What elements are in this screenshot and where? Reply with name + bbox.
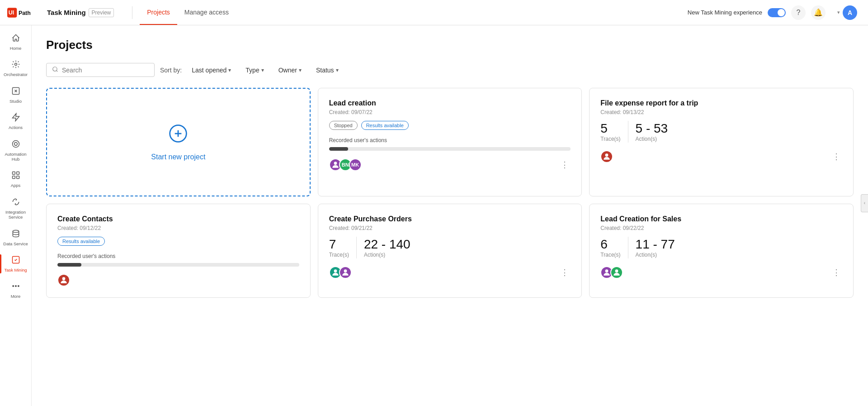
sidebar-label-apps: Apps: [11, 183, 21, 188]
traces-stat: 6 Trace(s): [600, 237, 620, 258]
actions-range: 5 - 53: [636, 121, 668, 136]
card-more-button[interactable]: ⋮: [830, 150, 842, 163]
svg-point-20: [605, 153, 609, 157]
filter-status-button[interactable]: Status ▾: [311, 64, 343, 76]
svg-point-21: [62, 277, 66, 280]
avatar: [610, 266, 623, 279]
traces-count: 5: [600, 121, 620, 136]
sidebar-item-more[interactable]: More: [0, 277, 31, 303]
progress-bar: [329, 147, 571, 151]
svg-point-6: [12, 140, 19, 147]
avatar: [57, 274, 70, 287]
avatars: [600, 150, 610, 163]
sidebar-item-home[interactable]: Home: [0, 29, 31, 55]
sidebar-item-actions[interactable]: Actions: [0, 108, 31, 134]
avatar: [339, 266, 352, 279]
sidebar-item-apps[interactable]: Apps: [0, 166, 31, 192]
avatars: BN MK: [329, 158, 359, 171]
project-card-file-expense: File expense report for a trip Created: …: [589, 88, 854, 196]
sidebar-label-actions: Actions: [9, 125, 23, 130]
nav-projects[interactable]: Projects: [140, 0, 177, 25]
svg-point-24: [605, 269, 609, 272]
sidebar-item-integration-service[interactable]: Integration Service: [0, 193, 31, 224]
chevron-down-icon: ▾: [299, 67, 302, 73]
filter-owner-button[interactable]: Owner ▾: [274, 64, 306, 76]
search-input[interactable]: [62, 67, 149, 74]
actions-label: Action(s): [636, 252, 675, 258]
card-footer: ⋮: [600, 266, 842, 279]
card-title: File expense report for a trip: [600, 99, 842, 107]
progress-bar-fill: [57, 263, 81, 267]
new-project-card[interactable]: Start new project: [46, 88, 311, 196]
card-title: Lead creation: [329, 99, 571, 107]
sidebar-item-studio[interactable]: Studio: [0, 82, 31, 108]
svg-rect-9: [16, 172, 19, 175]
sidebar-item-data-service[interactable]: Data Service: [0, 224, 31, 251]
stat-divider: [356, 237, 357, 258]
projects-grid: Start new project Lead creation Created:…: [46, 88, 854, 298]
badge-results-available: Results available: [361, 121, 409, 130]
actions-icon: [11, 113, 20, 124]
experience-toggle[interactable]: [768, 8, 786, 17]
sidebar-toggle-button[interactable]: ‹: [861, 194, 868, 212]
card-badges: Stopped Results available: [329, 121, 571, 130]
progress-bar: [57, 263, 299, 267]
task-mining-icon: [11, 255, 20, 267]
card-stats: 5 Trace(s) 5 - 53 Action(s): [600, 121, 842, 143]
card-footer: BN MK ⋮: [329, 158, 571, 172]
page-title: Projects: [46, 38, 854, 52]
chevron-down-icon: ▾: [261, 67, 264, 73]
filter-type-button[interactable]: Type ▾: [241, 64, 268, 76]
sort-last-opened-button[interactable]: Last opened ▾: [187, 64, 236, 76]
user-menu-button[interactable]: ▾ A: [831, 4, 861, 22]
sidebar-label-data-service: Data Service: [3, 241, 28, 246]
progress-bar-fill: [329, 147, 349, 151]
notification-bell-icon[interactable]: 🔔: [811, 5, 826, 20]
badge-results-available: Results available: [57, 237, 105, 246]
nav-right: New Task Mining experience ? 🔔 ▾ A: [688, 4, 861, 22]
data-service-icon: [11, 229, 20, 240]
main-content: Projects Sort by: Last opened ▾ Type ▾ O…: [32, 25, 868, 406]
sidebar-item-orchestrator[interactable]: Orchestrator: [0, 55, 31, 81]
card-created: Created: 09/07/22: [329, 109, 571, 115]
user-avatar: A: [843, 5, 857, 20]
sidebar-label-studio: Studio: [9, 99, 22, 104]
chevron-down-icon: ▾: [336, 67, 339, 73]
svg-point-7: [14, 142, 17, 145]
svg-point-3: [14, 63, 17, 66]
nav-divider: [132, 6, 132, 19]
traces-count: 7: [329, 237, 349, 252]
svg-point-12: [13, 230, 19, 232]
help-icon[interactable]: ?: [791, 5, 806, 20]
sidebar: Home Orchestrator Studio Actions Automat…: [0, 25, 32, 406]
traces-label: Trace(s): [600, 252, 620, 258]
actions-range: 11 - 77: [636, 237, 675, 252]
actions-label: Action(s): [364, 252, 410, 258]
traces-stat: 5 Trace(s): [600, 121, 620, 142]
project-card-lead-creation: Lead creation Created: 09/07/22 Stopped …: [318, 88, 582, 196]
card-more-button[interactable]: ⋮: [559, 266, 571, 279]
plus-circle-icon: [168, 124, 188, 148]
stat-divider: [628, 237, 628, 258]
home-icon: [11, 33, 20, 45]
nav-links: Projects Manage access: [140, 0, 688, 25]
project-card-create-purchase-orders: Create Purchase Orders Created: 09/21/22…: [318, 204, 582, 298]
avatars: [329, 266, 349, 279]
traces-label: Trace(s): [600, 136, 620, 142]
svg-point-19: [334, 162, 337, 165]
actions-stat: 22 - 140 Action(s): [364, 237, 410, 258]
card-badges: Results available: [57, 237, 299, 246]
card-title: Lead Creation for Sales: [600, 215, 842, 223]
actions-range: 22 - 140: [364, 237, 410, 252]
sidebar-item-task-mining[interactable]: Task Mining: [0, 251, 31, 277]
sidebar-label-orchestrator: Orchestrator: [4, 72, 28, 77]
svg-rect-8: [12, 172, 15, 175]
sidebar-label-more: More: [11, 294, 21, 299]
nav-manage-access[interactable]: Manage access: [177, 0, 236, 25]
sidebar-item-automation-hub[interactable]: Automation Hub: [0, 135, 31, 167]
project-card-lead-creation-sales: Lead Creation for Sales Created: 09/22/2…: [589, 204, 854, 298]
card-more-button[interactable]: ⋮: [559, 158, 571, 172]
avatar: MK: [349, 158, 362, 171]
card-more-button[interactable]: ⋮: [830, 266, 842, 279]
search-icon: [52, 66, 58, 74]
